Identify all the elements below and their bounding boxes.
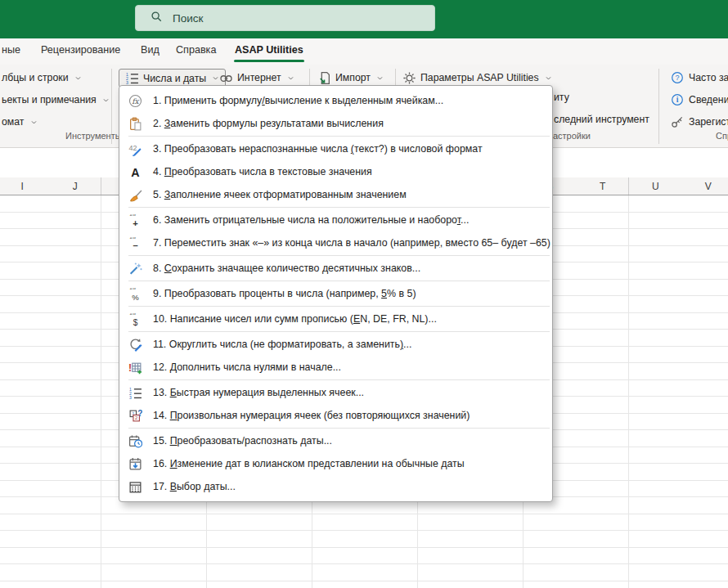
svg-text:–: – xyxy=(133,240,137,249)
menu-item-label: 15. Преобразовать/распознать даты... xyxy=(153,435,332,447)
menu-item-12[interactable]: !12. Дополнить числа нулями в начале... xyxy=(119,356,552,379)
menu-item-17[interactable]: 17. Выбор даты... xyxy=(119,475,552,498)
chevron-down-icon xyxy=(102,97,110,104)
group-label-tools: Инструменты xyxy=(65,131,122,141)
menu-item-1[interactable]: fx1. Применить формулу/вычисление к выде… xyxy=(119,89,552,112)
quotes-percent-icon: “”% xyxy=(127,286,143,301)
quotes-minus-icon: “”– xyxy=(127,236,143,250)
svg-text:fx: fx xyxy=(132,97,139,105)
menu-item-16[interactable]: 16. Изменение дат в юлианском представле… xyxy=(119,452,552,475)
menu-item-label: 13. Быстрая нумерация выделенных ячеек..… xyxy=(153,387,364,398)
svg-text:+: + xyxy=(133,218,138,227)
chevron-down-icon xyxy=(212,74,219,82)
column-header-J[interactable]: J xyxy=(49,177,102,195)
menu-item-7[interactable]: “”–7. Переместить знак «–» из конца числ… xyxy=(119,231,552,254)
calendar-julian-icon xyxy=(127,456,143,471)
menu-item-label: 6. Заменить отрицательные числа на полож… xyxy=(153,214,469,226)
quotes-dollar-icon: “”$ xyxy=(127,312,143,326)
column-header-V[interactable]: V xyxy=(682,177,728,195)
ribbon-tab-bar: ныеРецензированиеВидСправкаASAP Utilitie… xyxy=(0,38,728,65)
chevron-down-icon xyxy=(74,74,82,82)
menu-separator xyxy=(128,428,550,429)
menu-item-label: 3. Преобразовать нераспознанные числа (т… xyxy=(153,143,483,155)
column-header-T[interactable]: T xyxy=(577,177,630,195)
tab-r3[interactable]: Справка xyxy=(176,44,216,56)
ribbon-button-help-0[interactable]: ?Часто зад xyxy=(671,69,728,87)
menu-item-2[interactable]: 2. Заменить формулы результатами вычисле… xyxy=(119,112,552,135)
svg-text:%: % xyxy=(132,292,139,300)
fx-circle-icon: fx xyxy=(127,93,143,108)
menu-item-13[interactable]: 12313. Быстрая нумерация выделенных ячее… xyxy=(119,381,552,404)
random-number-icon: 12? xyxy=(127,408,143,423)
menu-item-14[interactable]: 12?14. Произвольная нумерация ячеек (без… xyxy=(119,404,552,427)
menu-item-10[interactable]: “”$10. Написание чисел или сумм прописью… xyxy=(119,307,552,330)
calendar-icon xyxy=(127,479,143,494)
search-placeholder: Поиск xyxy=(173,12,203,25)
menu-item-9[interactable]: “”%9. Преобразовать проценты в числа (на… xyxy=(119,282,552,305)
quotes-plus-icon: “”+ xyxy=(127,213,143,227)
menu-separator xyxy=(128,255,550,256)
menu-separator xyxy=(128,306,550,307)
menu-item-label: 14. Произвольная нумерация ячеек (без по… xyxy=(153,410,470,421)
menu-item-8[interactable]: 8. Сохранить значащее количество десятич… xyxy=(119,257,552,280)
ribbon-button-left-0[interactable]: лбцы и строки xyxy=(2,69,82,87)
group-label-help: Справка xyxy=(716,131,728,141)
svg-text:?: ? xyxy=(675,74,679,82)
menu-item-label: 9. Преобразовать проценты в числа (напри… xyxy=(153,288,416,299)
menu-item-label: 16. Изменение дат в юлианском представле… xyxy=(153,458,465,469)
menu-separator xyxy=(128,136,550,137)
ribbon-button-интернет[interactable]: Интернет xyxy=(219,69,294,87)
import-icon xyxy=(317,71,331,85)
svg-text:$: $ xyxy=(133,317,137,325)
chevron-down-icon xyxy=(376,74,384,82)
menu-item-4[interactable]: A4. Преобразовать числа в текстовые знач… xyxy=(119,160,552,183)
svg-text:3: 3 xyxy=(129,395,132,400)
ribbon-button-left-2[interactable]: омат xyxy=(2,113,38,131)
chevron-down-icon xyxy=(30,119,38,126)
svg-text:!: ! xyxy=(128,362,132,374)
menu-item-5[interactable]: 5. Заполнение ячеек отформатированным зн… xyxy=(119,183,552,206)
menu-item-6[interactable]: “”+6. Заменить отрицательные числа на по… xyxy=(119,209,552,231)
menu-item-label: 5. Заполнение ячеек отформатированным зн… xyxy=(153,189,407,200)
menu-separator xyxy=(128,281,550,281)
tab-r1[interactable]: Рецензирование xyxy=(41,44,120,56)
chevron-down-icon xyxy=(287,74,294,82)
gear-icon xyxy=(402,71,416,85)
menu-item-label: 12. Дополнить числа нулями в начале... xyxy=(153,361,341,373)
link-icon xyxy=(219,71,233,85)
covered-button-fragment-1[interactable]: следний инструмент xyxy=(554,114,649,125)
ribbon-button-help-1[interactable]: iСведения xyxy=(671,91,728,109)
ribbon-button-параметры-asap-utilities[interactable]: Параметры ASAP Utilities xyxy=(402,69,552,87)
text-to-number-icon: 42 xyxy=(127,141,143,156)
menu-item-label: 11. Округлить числа (не форматировать, а… xyxy=(153,339,411,350)
tab-asap-utilities[interactable]: ASAP Utilities xyxy=(235,44,303,56)
menu-item-label: 8. Сохранить значащее количество десятич… xyxy=(153,263,420,274)
ribbon-button-help-2[interactable]: Зарегистр xyxy=(671,113,728,131)
group-separator xyxy=(658,69,659,144)
covered-button-fragment-0[interactable]: иту xyxy=(554,92,569,103)
menu-item-11[interactable]: 11. Округлить числа (не форматировать, а… xyxy=(119,333,552,356)
excel-window: Поиск ныеРецензированиеВидСправкаASAP Ut… xyxy=(0,0,728,588)
column-header-I[interactable]: I xyxy=(0,177,49,195)
ribbon-button-left-1[interactable]: ьекты и примечания xyxy=(2,91,110,109)
svg-text:42: 42 xyxy=(128,144,137,152)
title-bar: Поиск xyxy=(0,0,728,38)
column-header-U[interactable]: U xyxy=(629,177,682,195)
menu-item-15[interactable]: 15. Преобразовать/распознать даты... xyxy=(119,429,552,452)
key-icon xyxy=(671,115,685,129)
group-label-settings: Настройки xyxy=(546,131,591,141)
menu-separator xyxy=(128,379,550,380)
svg-text:i: i xyxy=(676,96,679,104)
brush-icon xyxy=(127,187,143,202)
search-input[interactable]: Поиск xyxy=(135,5,435,31)
search-icon xyxy=(151,11,163,26)
leading-zeros-icon: ! xyxy=(127,360,143,375)
svg-text:A: A xyxy=(131,166,139,179)
tab-r2[interactable]: Вид xyxy=(141,44,160,56)
ribbon-button-импорт[interactable]: Импорт xyxy=(317,69,384,87)
tab-r0[interactable]: ные xyxy=(2,44,20,56)
menu-item-label: 17. Выбор даты... xyxy=(153,481,236,492)
clipboard-icon xyxy=(127,116,143,131)
menu-item-label: 4. Преобразовать числа в текстовые значе… xyxy=(153,166,372,177)
menu-item-3[interactable]: 423. Преобразовать нераспознанные числа … xyxy=(119,137,552,160)
